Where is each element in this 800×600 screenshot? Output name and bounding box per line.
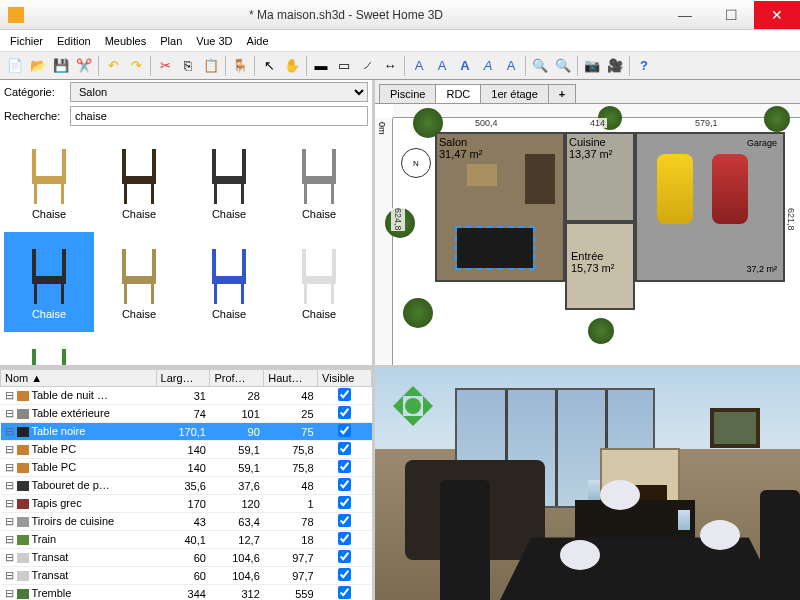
visible-checkbox[interactable] (338, 514, 351, 527)
catalog-item[interactable]: Chaise (184, 132, 274, 232)
zoom-out-icon[interactable]: 🔍 (552, 55, 574, 77)
visible-checkbox[interactable] (338, 568, 351, 581)
table-row[interactable]: ⊟Tiroirs de cuisine4363,478 (1, 513, 372, 531)
video-icon[interactable]: 🎥 (604, 55, 626, 77)
visible-checkbox[interactable] (338, 424, 351, 437)
room-garage[interactable]: Garage 37,2 m² (635, 132, 785, 282)
visible-checkbox[interactable] (338, 496, 351, 509)
camera-icon[interactable]: 📷 (581, 55, 603, 77)
selected-furniture[interactable] (457, 228, 533, 268)
car-yellow-icon[interactable] (657, 154, 693, 224)
polyline-icon[interactable]: ⟋ (356, 55, 378, 77)
col-visible[interactable]: Visible (318, 370, 372, 387)
maximize-button[interactable]: ☐ (708, 1, 754, 29)
catalog-item[interactable]: Chaise (94, 232, 184, 332)
table-row[interactable]: ⊟Tremble344312559 (1, 585, 372, 601)
nav-right-icon[interactable] (423, 396, 443, 416)
menu-fichier[interactable]: Fichier (4, 33, 49, 49)
tab-1er-etage[interactable]: 1er étage (480, 84, 548, 103)
table-row[interactable]: ⊟Table noire170,19075 (1, 423, 372, 441)
menu-edition[interactable]: Edition (51, 33, 97, 49)
room-salon[interactable]: Salon31,47 m² (435, 132, 565, 282)
close-button[interactable]: ✕ (754, 1, 800, 29)
room-entree[interactable]: Entrée15,73 m² (565, 222, 635, 310)
paste-icon[interactable]: 📋 (200, 55, 222, 77)
catalog-item[interactable]: Chaise (4, 232, 94, 332)
visible-checkbox[interactable] (338, 550, 351, 563)
room-cuisine[interactable]: Cuisine13,37 m² (565, 132, 635, 222)
visible-checkbox[interactable] (338, 406, 351, 419)
catalog-item[interactable]: Chaise (94, 132, 184, 232)
catalog-item[interactable]: Chaise (274, 132, 364, 232)
redo-icon[interactable]: ↷ (125, 55, 147, 77)
table-row[interactable]: ⊟Table de nuit …312848 (1, 387, 372, 405)
bush-icon (588, 318, 614, 344)
copy-icon[interactable]: ⎘ (177, 55, 199, 77)
cut-icon[interactable]: ✂ (154, 55, 176, 77)
furniture-table[interactable]: Nom ▲ Larg… Prof… Haut… Visible ⊟Table d… (0, 368, 372, 600)
search-input[interactable] (70, 106, 368, 126)
text-icon[interactable]: A (408, 55, 430, 77)
menu-aide[interactable]: Aide (241, 33, 275, 49)
text-a5-icon[interactable]: A (500, 55, 522, 77)
table-row[interactable]: ⊟Table PC14059,175,8 (1, 441, 372, 459)
visible-checkbox[interactable] (338, 532, 351, 545)
minimize-button[interactable]: — (662, 1, 708, 29)
nav-left-icon[interactable] (383, 396, 403, 416)
col-height[interactable]: Haut… (264, 370, 318, 387)
table-row[interactable]: ⊟Tapis grec1701201 (1, 495, 372, 513)
select-icon[interactable]: ↖ (258, 55, 280, 77)
visible-checkbox[interactable] (338, 478, 351, 491)
nav-down-icon[interactable] (403, 416, 423, 436)
nav-up-icon[interactable] (403, 376, 423, 396)
catalog-item[interactable]: Chaise (184, 232, 274, 332)
category-select[interactable]: Salon (70, 82, 368, 102)
prefs-icon[interactable]: ✂️ (73, 55, 95, 77)
ruler-vertical: 0m (375, 118, 393, 365)
app-icon (8, 7, 24, 23)
visible-checkbox[interactable] (338, 586, 351, 599)
pan-icon[interactable]: ✋ (281, 55, 303, 77)
tab-add[interactable]: + (548, 84, 576, 103)
room-icon[interactable]: ▭ (333, 55, 355, 77)
nav-center-icon[interactable] (405, 398, 421, 414)
plate-icon (700, 520, 740, 550)
nav-controls[interactable] (383, 376, 443, 436)
col-name[interactable]: Nom ▲ (1, 370, 157, 387)
car-red-icon[interactable] (712, 154, 748, 224)
catalog-item[interactable]: Chaise (4, 332, 94, 365)
visible-checkbox[interactable] (338, 388, 351, 401)
undo-icon[interactable]: ↶ (102, 55, 124, 77)
open-icon[interactable]: 📂 (27, 55, 49, 77)
wall-icon[interactable]: ▬ (310, 55, 332, 77)
table-row[interactable]: ⊟Table PC14059,175,8 (1, 459, 372, 477)
visible-checkbox[interactable] (338, 442, 351, 455)
menu-plan[interactable]: Plan (154, 33, 188, 49)
catalog-item[interactable]: Chaise (4, 132, 94, 232)
visible-checkbox[interactable] (338, 460, 351, 473)
table-row[interactable]: ⊟Train40,112,718 (1, 531, 372, 549)
text-a2-icon[interactable]: A (431, 55, 453, 77)
zoom-in-icon[interactable]: 🔍 (529, 55, 551, 77)
text-italic-icon[interactable]: A (477, 55, 499, 77)
add-furniture-icon[interactable]: 🪑 (229, 55, 251, 77)
3d-view[interactable] (375, 368, 800, 600)
table-row[interactable]: ⊟Transat60104,697,7 (1, 567, 372, 585)
save-icon[interactable]: 💾 (50, 55, 72, 77)
tab-rdc[interactable]: RDC (435, 84, 481, 103)
text-bold-icon[interactable]: A (454, 55, 476, 77)
table-row[interactable]: ⊟Transat60104,697,7 (1, 549, 372, 567)
help-icon[interactable]: ? (633, 55, 655, 77)
catalog-item[interactable]: Chaise (274, 232, 364, 332)
col-width[interactable]: Larg… (156, 370, 210, 387)
menu-meubles[interactable]: Meubles (99, 33, 153, 49)
tab-piscine[interactable]: Piscine (379, 84, 436, 103)
table-row[interactable]: ⊟Table extérieure7410125 (1, 405, 372, 423)
sofa-icon[interactable] (525, 154, 555, 204)
table-row[interactable]: ⊟Tabouret de p…35,637,648 (1, 477, 372, 495)
dimension-icon[interactable]: ↔ (379, 55, 401, 77)
plan-view[interactable]: 0m N 500,4 414 579,1 624,8 621,8 Salon31… (375, 104, 800, 368)
menu-vue3d[interactable]: Vue 3D (190, 33, 238, 49)
col-depth[interactable]: Prof… (210, 370, 264, 387)
new-icon[interactable]: 📄 (4, 55, 26, 77)
